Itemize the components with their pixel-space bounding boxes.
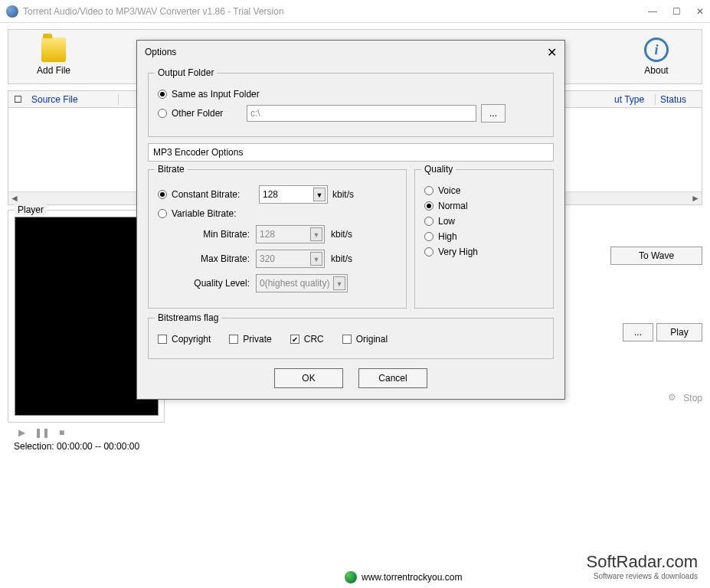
- watermark-sub: Software reviews & downloads: [586, 572, 698, 580]
- footer-url[interactable]: www.torrentrockyou.com: [362, 572, 462, 583]
- cancel-button[interactable]: Cancel: [358, 368, 427, 388]
- other-folder-radio[interactable]: [158, 109, 167, 118]
- quality-veryhigh-label: Very High: [438, 247, 478, 257]
- browse-folder-button[interactable]: ...: [481, 104, 506, 122]
- stop-button[interactable]: Stop: [683, 393, 702, 403]
- gear-icon: ⚙: [668, 392, 680, 404]
- window-controls: — ☐ ✕: [648, 6, 704, 17]
- browse-button[interactable]: ...: [623, 323, 653, 341]
- folder-icon: [41, 38, 66, 62]
- quality-legend: Quality: [421, 164, 456, 175]
- original-label: Original: [356, 334, 388, 345]
- playback-controls: ▶ ❚❚ ■: [8, 427, 702, 438]
- quality-normal-radio[interactable]: [424, 201, 434, 211]
- quality-veryhigh-radio[interactable]: [424, 247, 434, 256]
- info-icon: i: [644, 38, 669, 62]
- ok-button[interactable]: OK: [274, 368, 343, 388]
- bitstream-group: Bitstreams flag Copyright Private ✔CRC O…: [148, 318, 554, 359]
- about-button[interactable]: i About: [611, 30, 702, 83]
- other-folder-input[interactable]: [247, 105, 476, 122]
- play-button[interactable]: Play: [656, 323, 702, 341]
- to-wave-button[interactable]: To Wave: [610, 247, 702, 265]
- min-bitrate-label: Min Bitrate:: [158, 229, 250, 240]
- minimize-button[interactable]: —: [648, 6, 657, 17]
- close-button[interactable]: ✕: [696, 6, 704, 17]
- unit-3: kbit/s: [331, 253, 352, 264]
- same-folder-label: Same as Input Folder: [172, 89, 260, 100]
- quality-voice-label: Voice: [438, 185, 460, 196]
- quality-low-label: Low: [438, 216, 455, 227]
- output-folder-group: Output Folder Same as Input Folder Other…: [148, 73, 554, 137]
- bitstream-legend: Bitstreams flag: [155, 312, 221, 323]
- output-folder-legend: Output Folder: [155, 67, 217, 78]
- quality-low-radio[interactable]: [424, 217, 434, 226]
- min-bitrate-select[interactable]: 128▼: [256, 225, 325, 243]
- max-bitrate-select[interactable]: 320▼: [256, 250, 325, 268]
- watermark: SoftRadar.com Software reviews & downloa…: [586, 552, 698, 580]
- private-label: Private: [243, 334, 271, 345]
- play-icon[interactable]: ▶: [18, 427, 25, 438]
- window-title: Torrent Audio/Video to MP3/WAV Converter…: [23, 6, 648, 17]
- col-outtype[interactable]: ut Type: [610, 94, 656, 105]
- col-source[interactable]: Source File: [27, 94, 119, 105]
- col-status[interactable]: Status: [656, 94, 702, 105]
- quality-normal-label: Normal: [438, 201, 468, 211]
- unit-2: kbit/s: [331, 229, 352, 240]
- quality-high-radio[interactable]: [424, 232, 434, 241]
- quality-high-label: High: [438, 231, 457, 242]
- app-icon: [6, 5, 18, 18]
- encoder-section-header: MP3 Encoder Options: [148, 143, 554, 162]
- quality-level-label: Quality Level:: [158, 278, 250, 289]
- watermark-brand: SoftRadar.com: [586, 552, 698, 572]
- original-checkbox[interactable]: [342, 335, 352, 344]
- max-bitrate-label: Max Bitrate:: [158, 253, 250, 264]
- globe-icon: [345, 571, 357, 583]
- quality-level-select[interactable]: 0(highest quality)▼: [256, 274, 348, 292]
- add-file-button[interactable]: Add File: [8, 30, 99, 83]
- about-label: About: [644, 65, 668, 76]
- constant-bitrate-label: Constant Bitrate:: [172, 189, 254, 200]
- add-file-label: Add File: [37, 65, 70, 76]
- bitrate-legend: Bitrate: [155, 164, 188, 175]
- variable-bitrate-radio[interactable]: [158, 209, 167, 218]
- private-checkbox[interactable]: [229, 335, 238, 344]
- quality-voice-radio[interactable]: [424, 186, 434, 195]
- dialog-titlebar: Options ✕: [137, 41, 564, 64]
- options-dialog: Options ✕ Output Folder Same as Input Fo…: [136, 40, 565, 400]
- constant-bitrate-select[interactable]: 128▼: [259, 185, 328, 204]
- player-label: Player: [15, 204, 47, 215]
- select-all-checkbox[interactable]: ☐: [8, 94, 27, 105]
- stop-icon[interactable]: ■: [59, 427, 64, 438]
- pause-icon[interactable]: ❚❚: [34, 427, 50, 438]
- variable-bitrate-label: Variable Bitrate:: [172, 208, 237, 219]
- copyright-checkbox[interactable]: [158, 335, 167, 344]
- bitrate-group: Bitrate Constant Bitrate: 128▼ kbit/s Va…: [148, 169, 407, 309]
- titlebar: Torrent Audio/Video to MP3/WAV Converter…: [0, 0, 710, 23]
- crc-checkbox[interactable]: ✔: [290, 335, 299, 344]
- same-folder-radio[interactable]: [158, 90, 167, 99]
- copyright-label: Copyright: [172, 334, 211, 345]
- crc-label: CRC: [304, 334, 324, 345]
- unit-1: kbit/s: [332, 189, 354, 200]
- maximize-button[interactable]: ☐: [672, 6, 681, 17]
- dialog-title: Options: [145, 47, 176, 57]
- quality-group: Quality Voice Normal Low High Very High: [414, 169, 554, 309]
- other-folder-label: Other Folder: [172, 108, 242, 119]
- dialog-close-button[interactable]: ✕: [547, 45, 557, 60]
- constant-bitrate-radio[interactable]: [158, 190, 167, 199]
- selection-text: Selection: 00:00:00 -- 00:00:00: [14, 441, 702, 452]
